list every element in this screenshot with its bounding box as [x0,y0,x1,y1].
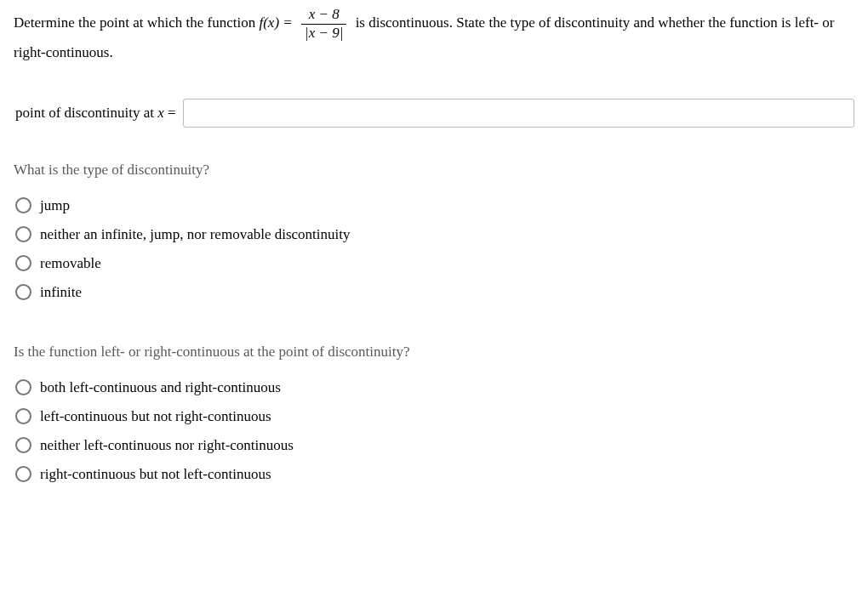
answer-label-pre: point of discontinuity at [15,105,157,121]
radio-icon [15,284,31,300]
q2-option-neither[interactable]: neither an infinite, jump, nor removable… [15,226,854,243]
question-pre: Determine the point at which the functio… [14,14,259,31]
option-label: neither left-continuous nor right-contin… [40,437,294,454]
q3-option-left-only[interactable]: left-continuous but not right-continuous [15,408,854,425]
radio-icon [15,437,31,453]
option-label: left-continuous but not right-continuous [40,408,271,425]
q3-options: both left-continuous and right-continuou… [14,379,854,483]
answer-row: point of discontinuity at x = [14,99,854,128]
radio-icon [15,466,31,482]
radio-icon [15,379,31,395]
answer-label-var: x [157,105,164,121]
option-label: both left-continuous and right-continuou… [40,379,281,396]
q3-option-both[interactable]: both left-continuous and right-continuou… [15,379,854,396]
q2-option-infinite[interactable]: infinite [15,284,854,301]
q2-option-jump[interactable]: jump [15,197,854,214]
fraction: x − 8 |x − 9| [301,7,346,41]
option-label: neither an infinite, jump, nor removable… [40,226,350,243]
option-label: jump [40,197,70,214]
q2-option-removable[interactable]: removable [15,255,854,272]
option-label: right-continuous but not left-continuous [40,466,271,483]
radio-icon [15,226,31,242]
fraction-denominator: |x − 9| [301,25,346,42]
option-label: removable [40,255,101,272]
answer-label: point of discontinuity at x = [15,105,176,122]
radio-icon [15,197,31,213]
option-label: infinite [40,284,82,301]
function-lhs: f(x) = [259,14,296,31]
question-text: Determine the point at which the functio… [14,7,854,65]
q3-prompt: Is the function left- or right-continuou… [14,344,854,361]
point-of-discontinuity-input[interactable] [183,99,854,128]
q3-option-neither[interactable]: neither left-continuous nor right-contin… [15,437,854,454]
fraction-numerator: x − 8 [301,7,346,25]
radio-icon [15,255,31,271]
q3-option-right-only[interactable]: right-continuous but not left-continuous [15,466,854,483]
q2-prompt: What is the type of discontinuity? [14,162,854,179]
answer-label-post: = [164,105,176,121]
radio-icon [15,408,31,424]
q2-options: jump neither an infinite, jump, nor remo… [14,197,854,301]
